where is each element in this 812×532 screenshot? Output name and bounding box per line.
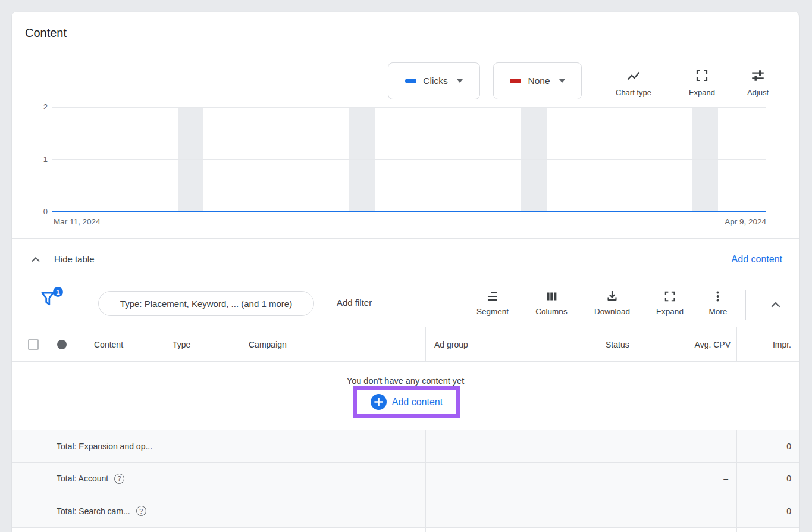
table-row-total-account: Total: Account ? – 0 <box>12 462 799 495</box>
total-row-label: Total: Search cam... <box>57 506 130 516</box>
metric-dropdown-label: Clicks <box>423 76 447 86</box>
segment-button[interactable]: Segment <box>476 289 509 316</box>
filter-bar: 1 Type: Placement, Keyword, ... (and 1 m… <box>12 280 799 327</box>
total-impr-value: 0 <box>736 430 799 462</box>
chart-type-button[interactable]: Chart type <box>605 67 662 97</box>
x-axis-end-label: Apr 9, 2024 <box>725 217 766 226</box>
table-toggle-row: Hide table Add content <box>12 239 799 280</box>
columns-icon <box>535 289 567 303</box>
segment-icon <box>476 289 509 303</box>
content-card: Content Clicks None Chart type Expand Ad… <box>12 12 799 532</box>
column-header-status[interactable]: Status <box>597 327 673 361</box>
active-filter-chip[interactable]: Type: Placement, Keyword, ... (and 1 mor… <box>98 291 314 316</box>
total-avg-cpv-value: – <box>673 495 736 527</box>
metric-color-swatch-blue <box>405 79 416 83</box>
table-row-total-expansion: Total: Expansion and op... – 0 <box>12 430 799 462</box>
column-header-campaign[interactable]: Campaign <box>240 327 425 361</box>
total-impr-value: 0 <box>736 463 799 495</box>
total-row-label: Total: Account <box>57 474 108 483</box>
columns-button[interactable]: Columns <box>535 289 567 316</box>
add-content-cta-label: Add content <box>392 397 443 408</box>
filter-funnel-button[interactable]: 1 <box>40 289 63 312</box>
expand-label: Expand <box>656 307 684 316</box>
chart-adjust-button[interactable]: Adjust <box>729 67 786 97</box>
hide-table-button[interactable]: Hide table <box>12 253 95 266</box>
download-icon <box>594 289 630 303</box>
add-content-button-highlighted[interactable]: Add content <box>353 386 460 418</box>
x-axis-start-label: Mar 11, 2024 <box>54 217 101 226</box>
download-button[interactable]: Download <box>594 289 630 316</box>
add-filter-button[interactable]: Add filter <box>337 298 372 308</box>
plus-circle-icon <box>371 394 387 410</box>
toolbar-divider <box>745 290 746 320</box>
table-row-total-search-campaigns: Total: Search cam... ? – 0 <box>12 495 799 527</box>
chart-expand-button[interactable]: Expand <box>673 67 731 97</box>
segment-label: Segment <box>476 307 509 316</box>
page-title: Content <box>25 26 67 40</box>
filter-count-badge: 1 <box>53 287 63 297</box>
total-avg-cpv-value: – <box>673 463 736 495</box>
expand-icon <box>656 289 684 303</box>
y-axis-tick: 1 <box>30 155 48 164</box>
column-header-type[interactable]: Type <box>164 327 240 361</box>
adjust-sliders-icon <box>729 67 786 84</box>
chevron-up-icon <box>769 298 783 312</box>
metric-dropdown-label: None <box>528 76 550 86</box>
table-header-row: Content Type Campaign Ad group Status Av… <box>12 327 799 362</box>
chevron-down-icon <box>457 79 463 83</box>
select-all-checkbox[interactable] <box>28 339 39 350</box>
empty-state-message: You don't have any content yet <box>12 376 799 386</box>
column-header-ad-group[interactable]: Ad group <box>425 327 597 361</box>
expand-icon <box>673 67 731 84</box>
total-impr-value: 0 <box>736 495 799 527</box>
columns-label: Columns <box>535 307 567 316</box>
gridline <box>52 107 766 108</box>
total-row-label: Total: Expansion and op... <box>57 442 152 451</box>
line-chart-icon <box>605 67 662 84</box>
chart-type-label: Chart type <box>605 88 662 97</box>
help-icon[interactable]: ? <box>136 506 146 516</box>
chevron-up-icon <box>29 253 42 266</box>
more-vertical-icon <box>709 289 728 303</box>
header-cell-content: Content <box>12 327 164 361</box>
add-content-link[interactable]: Add content <box>732 254 799 265</box>
metric-color-swatch-red <box>510 79 521 83</box>
gridline <box>52 159 766 160</box>
collapse-table-button[interactable] <box>766 295 785 314</box>
metric-dropdown-none[interactable]: None <box>493 62 582 99</box>
totals-section: Total: Expansion and op... – 0 Total: Ac… <box>12 430 799 532</box>
column-header-content[interactable]: Content <box>94 340 123 349</box>
empty-state: You don't have any content yet Add conte… <box>12 362 799 430</box>
metric-dropdown-clicks[interactable]: Clicks <box>388 62 480 99</box>
total-avg-cpv-value: – <box>673 430 736 462</box>
clicks-series-line <box>52 211 766 212</box>
chevron-down-icon <box>559 79 565 83</box>
y-axis-tick: 0 <box>30 207 48 216</box>
chart-expand-label: Expand <box>673 88 731 97</box>
download-label: Download <box>594 307 630 316</box>
column-header-impr[interactable]: Impr. <box>736 327 799 361</box>
y-axis-tick: 2 <box>30 102 48 111</box>
column-header-avg-cpv[interactable]: Avg. CPV <box>673 327 736 361</box>
more-button[interactable]: More <box>709 289 728 316</box>
chart-adjust-label: Adjust <box>729 88 786 97</box>
help-icon[interactable]: ? <box>114 474 124 484</box>
table-row-partial <box>12 527 799 532</box>
status-dot-icon <box>57 340 67 349</box>
hide-table-label: Hide table <box>54 254 95 264</box>
table-expand-button[interactable]: Expand <box>656 289 684 316</box>
more-label: More <box>709 307 728 316</box>
